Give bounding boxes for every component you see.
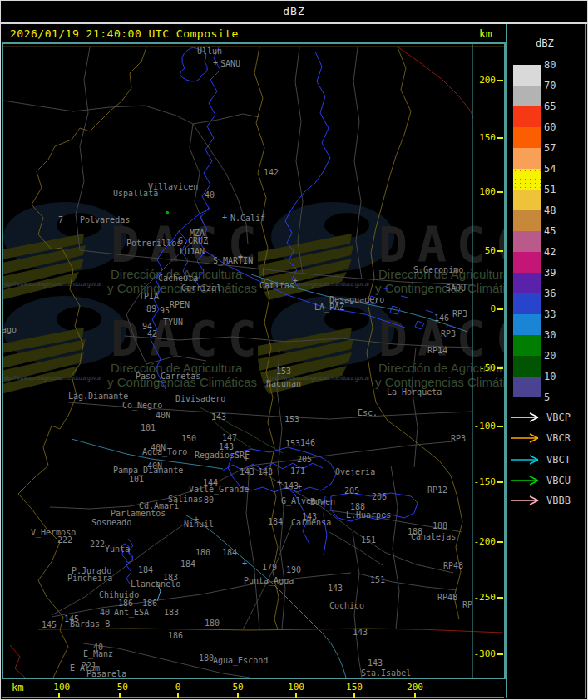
scale-value-label: 51 [544, 184, 574, 195]
vector-row-vbcr: VBCR [509, 431, 571, 445]
map-label: Ant_ESA [114, 608, 149, 618]
map-label: La_Horqueta [387, 387, 442, 397]
scale-value-label: 57 [544, 142, 574, 154]
scale-swatch [513, 314, 541, 335]
map-label: RP3 [452, 309, 467, 318]
map-label: Pasarela [86, 669, 126, 678]
scale-value-label: 48 [544, 205, 574, 216]
map-label: 153 [285, 439, 300, 448]
right-axis-tick [497, 653, 503, 655]
scale-swatch [513, 86, 541, 106]
map-label: TPIA [139, 292, 159, 301]
map-label: LUJAN [180, 247, 205, 256]
map-label: Llancanelo [131, 579, 180, 589]
scale-swatch [513, 106, 541, 127]
map-label: Sta.Isabel [361, 668, 411, 678]
map-marker: + [277, 478, 282, 487]
bottom-axis-tick [58, 693, 60, 698]
map-label: N.Calif [230, 214, 265, 223]
map-label: Esc. [358, 408, 378, 417]
map-label: Catitas [259, 281, 294, 290]
map-label: Bardas_B [70, 619, 110, 629]
map-label: 206 [372, 492, 387, 501]
map-label: Pincheira [67, 574, 112, 583]
vector-label: VBCU [546, 475, 571, 486]
map-label: G.CRUZ [178, 236, 208, 245]
scale-value-label: 65 [544, 101, 574, 112]
right-axis-tick [497, 481, 503, 483]
map-label: RP12 [427, 486, 447, 495]
map-label: Carmensa [291, 518, 331, 527]
map-label: Parlamentos [111, 509, 166, 518]
window-titlebar: dBZ [0, 0, 588, 23]
map-label: Cacheuta [158, 274, 198, 283]
map-label: 180 [199, 653, 214, 663]
right-axis-tick [497, 191, 503, 193]
map-label: L.Huarpes [346, 510, 391, 520]
map-label: SANU [220, 59, 240, 68]
map-label: Paso_Carretas [136, 372, 200, 382]
radar-site-dot [166, 211, 169, 214]
map-label: Valle_Grande [189, 485, 249, 495]
bottom-axis-tick [237, 693, 239, 698]
map-label: 171 [290, 466, 305, 476]
map-label: 222 [90, 540, 105, 549]
map-label: Ovejeria [335, 467, 375, 476]
scale-swatch [513, 293, 541, 314]
map-label: 7 [58, 215, 63, 224]
map-label: Lag.Diamante [68, 392, 128, 401]
map-label: 180 [205, 619, 220, 628]
scale-value-label: 80 [544, 59, 574, 71]
scale-swatch [513, 356, 541, 377]
map-label: 80 [204, 495, 214, 505]
map-label: 184 [268, 517, 283, 526]
vector-label: VBCR [546, 432, 571, 444]
scale-swatch [513, 252, 541, 273]
scale-value-label: 39 [544, 267, 574, 279]
map-label: 186 [142, 599, 157, 608]
bottom-axis-tick-label: 200 [398, 682, 432, 693]
bottom-axis-tick-label: -100 [42, 682, 76, 693]
right-axis-tick [497, 250, 503, 252]
map-label: Nihuil [184, 520, 214, 529]
scale-value-label: 20 [544, 350, 574, 362]
vector-label: VBBB [546, 495, 571, 506]
map-label: Sosneado [91, 518, 131, 527]
map-label: 147 [222, 433, 237, 442]
right-axis-tick-label: 50 [472, 245, 496, 257]
map-label: SAOU [446, 283, 466, 293]
scale-swatch [513, 169, 541, 190]
map-marker: + [242, 559, 247, 568]
map-label: 95 [160, 306, 170, 315]
map-label: 143 [328, 584, 343, 593]
scale-value-label: 30 [544, 329, 574, 341]
map-label: RP14 [427, 346, 447, 355]
map-label: 151 [361, 535, 376, 545]
map-label: 205 [297, 455, 312, 464]
bottom-axis-tick [353, 693, 355, 698]
bottom-axis-tick [414, 693, 416, 698]
map-label: S_MARTIN [213, 256, 253, 266]
bottom-axis-tick-label: 150 [338, 682, 371, 693]
right-axis-tick-label: 0 [472, 303, 496, 315]
scale-title: dBZ [536, 37, 554, 49]
map-label: 205 [344, 486, 359, 495]
right-axis-tick-label: -150 [472, 476, 496, 488]
right-axis-tick-label: 150 [472, 132, 496, 144]
map-marker: + [244, 454, 249, 463]
vector-label: VBCT [546, 454, 571, 466]
map-marker: + [297, 482, 302, 491]
map-label: Nacunan [266, 379, 301, 388]
scale-value-label: 33 [544, 308, 574, 320]
scale-swatch [513, 335, 541, 356]
right-axis-tick-label: -200 [472, 536, 496, 548]
vector-arrow-icon [509, 432, 542, 444]
vector-arrow-icon [509, 454, 542, 466]
map-label: Potrerillos [126, 239, 181, 248]
vector-row-vbbb: VBBB [509, 494, 571, 507]
map-label: Cochico [329, 601, 364, 610]
map-label: 151 [370, 575, 385, 584]
scale-value-label: 70 [544, 80, 574, 91]
map-label: E_Manz [83, 649, 113, 659]
map-label: 153 [284, 415, 299, 424]
